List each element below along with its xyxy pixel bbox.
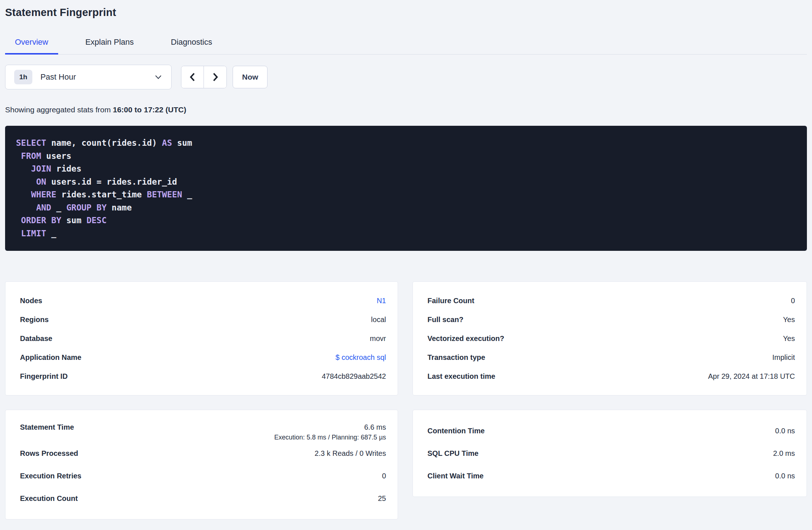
stat-value-vectorized-execution: Yes [783,334,795,342]
sql-text [16,229,21,238]
sql-text: _ [51,203,67,212]
sql-text: rides.start_time [56,190,147,199]
now-button[interactable]: Now [233,66,268,88]
tab-explain-plans[interactable]: Explain Plans [76,37,144,55]
sql-keyword: ON [36,177,46,186]
sql-line: FROM users [16,150,796,163]
sql-statement-box: SELECT name, count(rides.id) AS sum FROM… [5,126,807,251]
sql-text: users [41,151,71,161]
stat-row-application-name: Application Name$ cockroach sql [20,348,386,367]
sql-keyword: AS [162,138,172,148]
stat-value-block-nodes: N1 [377,297,386,305]
aggregation-stats-prefix: Showing aggregated stats from [5,105,113,114]
prev-time-button[interactable] [181,66,204,88]
sql-line: WHERE rides.start_time BETWEEN _ [16,188,796,201]
stat-row-regions: Regionslocal [20,310,386,329]
aggregation-range: 16:00 to 17:22 (UTC) [113,105,186,114]
sql-keyword: FROM [21,151,41,161]
stat-value-block-transaction-type: Implicit [772,353,795,362]
stat-value-regions: local [371,316,386,324]
stat-value-block-application-name: $ cockroach sql [335,353,386,362]
stat-value-full-scan: Yes [783,316,795,324]
sql-text [16,216,21,225]
sql-keyword: LIMIT [21,229,46,238]
tab-bar: OverviewExplain PlansDiagnostics [5,37,807,55]
stat-row-last-execution-time: Last execution timeApr 29, 2024 at 17:18… [427,367,795,386]
sql-keyword: DESC [87,216,106,225]
stat-label-application-name: Application Name [20,353,81,362]
sql-text: name, count(rides.id) [46,138,162,148]
stat-value-block-execution-retries: 0 [382,472,386,480]
stat-label-execution-count: Execution Count [20,494,78,503]
stat-value-block-rows-processed: 2.3 k Reads / 0 Writes [315,449,386,458]
stat-row-execution-count: Execution Count25 [20,487,386,510]
stat-label-rows-processed: Rows Processed [20,449,78,458]
sql-text: users.id = rides.rider_id [46,177,177,186]
time-controls: 1h Past Hour Now [5,65,807,89]
stat-value-statement-time: 6.6 ms [364,423,386,431]
stat-value-contention-time: 0.0 ns [775,427,795,435]
page-title: Statement Fingerprint [5,7,807,19]
stat-value-block-database: movr [370,334,386,343]
time-range-label: Past Hour [40,72,155,82]
sql-keyword: WHERE [31,190,56,199]
stat-value-last-execution-time: Apr 29, 2024 at 17:18 UTC [708,372,795,380]
sql-text: sum [172,138,192,148]
stat-label-sql-cpu-time: SQL CPU Time [427,449,478,458]
sql-text [16,151,21,161]
stat-value-block-execution-count: 25 [378,494,386,503]
tab-diagnostics[interactable]: Diagnostics [161,37,222,55]
stat-label-full-scan: Full scan? [427,316,463,324]
sql-line: ORDER BY sum DESC [16,214,796,227]
time-nav-group [181,66,227,88]
stat-label-nodes: Nodes [20,297,42,305]
sql-line: LIMIT _ [16,227,796,240]
stat-row-rows-processed: Rows Processed2.3 k Reads / 0 Writes [20,442,386,465]
next-time-button[interactable] [204,66,226,88]
stat-value-block-vectorized-execution: Yes [783,334,795,343]
stat-value-block-failure-count: 0 [791,297,795,305]
time-range-badge: 1h [14,70,32,84]
aggregation-stats-text: Showing aggregated stats from 16:00 to 1… [5,105,807,115]
stats-cards-grid: NodesN1RegionslocalDatabasemovrApplicati… [5,281,807,519]
sql-text [16,190,31,199]
stat-label-vectorized-execution: Vectorized execution? [427,334,504,343]
sql-text: _ [182,190,192,199]
stat-row-statement-time: Statement Time6.6 msExecution: 5.8 ms / … [20,419,386,442]
stat-value-database: movr [370,334,386,342]
stat-subvalue-statement-time: Execution: 5.8 ms / Planning: 687.5 µs [274,434,386,441]
stat-row-fingerprint-id: Fingerprint ID4784cb829aab2542 [20,367,386,386]
statement-fingerprint-page: Statement Fingerprint OverviewExplain Pl… [0,7,812,519]
tab-overview[interactable]: Overview [5,37,58,55]
sql-text: sum [61,216,87,225]
stat-value-block-full-scan: Yes [783,316,795,324]
stat-label-failure-count: Failure Count [427,297,474,305]
sql-keyword: AND [36,203,51,212]
stat-row-failure-count: Failure Count0 [427,291,795,310]
sql-line: SELECT name, count(rides.id) AS sum [16,137,796,150]
sql-text [16,164,31,173]
stat-value-block-statement-time: 6.6 msExecution: 5.8 ms / Planning: 687.… [274,423,386,441]
link-application-name[interactable]: $ cockroach sql [335,353,386,361]
sql-line: ON users.id = rides.rider_id [16,176,796,189]
statement-times-card: Statement Time6.6 msExecution: 5.8 ms / … [5,410,398,519]
stat-value-fingerprint-id: 4784cb829aab2542 [322,372,386,380]
stat-value-execution-retries: 0 [382,472,386,480]
sql-text [16,177,36,186]
time-range-dropdown[interactable]: 1h Past Hour [5,65,172,89]
stat-value-block-fingerprint-id: 4784cb829aab2542 [322,372,386,381]
stat-value-sql-cpu-time: 2.0 ms [773,449,795,457]
stat-label-fingerprint-id: Fingerprint ID [20,372,68,381]
sql-text: rides [51,164,81,173]
stat-row-full-scan: Full scan?Yes [427,310,795,329]
stat-value-block-client-wait-time: 0.0 ns [775,472,795,480]
stat-value-block-contention-time: 0.0 ns [775,427,795,435]
link-nodes[interactable]: N1 [377,297,386,305]
wait-times-card: Contention Time0.0 nsSQL CPU Time2.0 msC… [413,410,807,497]
stat-label-statement-time: Statement Time [20,423,74,431]
chevron-down-icon [155,75,162,79]
sql-keyword: BETWEEN [147,190,182,199]
sql-keyword: ORDER BY [21,216,61,225]
stat-row-nodes: NodesN1 [20,291,386,310]
sql-text: _ [46,229,56,238]
